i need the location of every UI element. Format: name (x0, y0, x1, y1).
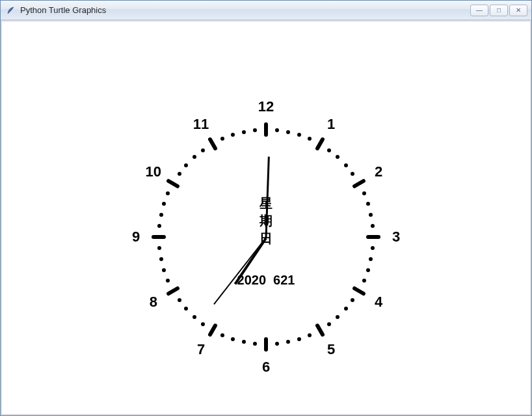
titlebar[interactable]: Python Turtle Graphics — □ ✕ (1, 1, 531, 20)
minute-dot (297, 133, 301, 137)
maximize-icon: □ (497, 7, 501, 14)
hour-tick (366, 235, 380, 239)
minute-dot (231, 337, 235, 341)
minute-dot (297, 337, 301, 341)
close-button[interactable]: ✕ (509, 5, 527, 16)
turtle-feather-icon (6, 5, 16, 16)
minute-dot (371, 224, 375, 228)
minimize-button[interactable]: — (470, 5, 488, 16)
app-window: Python Turtle Graphics — □ ✕ 星期日 2020 62… (0, 0, 532, 416)
minute-dot (286, 340, 290, 344)
minute-dot (369, 257, 373, 261)
minute-dot (308, 333, 312, 337)
minute-dot (253, 342, 257, 346)
hour-tick (352, 285, 366, 296)
minute-dot (369, 213, 373, 217)
date-label: 2020 621 (237, 273, 295, 288)
clock-numeral: 11 (193, 116, 209, 133)
minute-dot (231, 133, 235, 137)
minute-dot (162, 202, 166, 206)
minute-dot (184, 163, 188, 167)
clock-numeral: 4 (375, 294, 382, 311)
minute-dot (327, 322, 331, 326)
minute-dot (242, 130, 246, 134)
minute-dot (351, 172, 354, 176)
minute-dot (159, 213, 163, 217)
minute-dot (366, 268, 370, 272)
minute-dot (193, 155, 196, 159)
minute-dot (157, 224, 161, 228)
minute-dot (242, 340, 246, 344)
minute-dot (275, 128, 279, 132)
turtle-canvas: 星期日 2020 621 121234567891011 (6, 25, 526, 410)
minute-dot (336, 315, 339, 319)
minute-dot (220, 333, 224, 337)
maximize-button[interactable]: □ (490, 5, 508, 16)
minute-dot (178, 172, 181, 176)
hour-tick (207, 137, 217, 151)
minute-dot (157, 246, 161, 250)
clock-numeral: 8 (150, 294, 157, 311)
clock-numeral: 5 (327, 341, 335, 358)
minute-dot (362, 279, 366, 283)
hour-tick (166, 285, 180, 296)
hour-tick (207, 323, 217, 337)
minute-dot (308, 137, 312, 141)
clock-numeral: 1 (327, 116, 335, 133)
minute-dot (220, 137, 224, 141)
canvas-frame: 星期日 2020 621 121234567891011 (1, 20, 531, 415)
minute-dot (327, 148, 331, 152)
minute-dot (344, 163, 348, 167)
minute-dot (201, 148, 205, 152)
minute-dot (162, 268, 166, 272)
minute-dot (184, 307, 188, 311)
hour-tick (166, 178, 180, 188)
minute-dot (366, 202, 370, 206)
minute-dot (159, 257, 163, 261)
minute-dot (253, 128, 257, 132)
clock-numeral: 7 (197, 341, 205, 358)
clock-numeral: 12 (258, 98, 274, 115)
window-controls: — □ ✕ (470, 5, 527, 16)
hour-tick (264, 337, 268, 352)
minute-dot (344, 307, 348, 311)
hour-tick (314, 137, 325, 151)
minute-dot (166, 191, 170, 195)
clock-numeral: 2 (375, 163, 382, 180)
minute-dot (351, 298, 354, 302)
minute-dot (371, 246, 375, 250)
minute-dot (193, 315, 196, 319)
minute-dot (275, 342, 279, 346)
minute-dot (178, 298, 181, 302)
hour-tick (152, 235, 166, 239)
second-hand (213, 237, 267, 305)
hour-tick (352, 178, 366, 188)
hour-tick (264, 122, 268, 137)
hour-tick (314, 323, 325, 337)
clock-numeral: 6 (262, 359, 270, 376)
clock-numeral: 9 (132, 229, 140, 245)
close-icon: ✕ (516, 7, 521, 14)
minute-dot (201, 322, 205, 326)
clock-numeral: 3 (392, 229, 400, 245)
minute-dot (166, 279, 170, 283)
minute-dot (362, 191, 366, 195)
window-title: Python Turtle Graphics (20, 5, 470, 15)
minute-dot (286, 130, 290, 134)
minimize-icon: — (476, 7, 483, 14)
minute-dot (336, 155, 339, 159)
clock-numeral: 10 (146, 163, 161, 180)
